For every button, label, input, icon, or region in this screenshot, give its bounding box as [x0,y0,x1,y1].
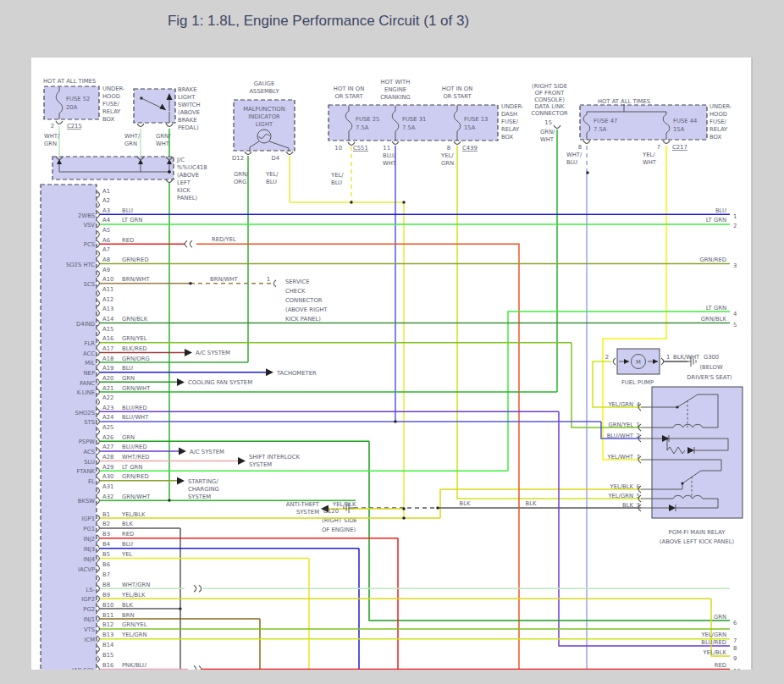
exit-wire-color: RED [715,662,726,669]
underhood-box-label: RELAY [709,126,728,133]
pin-signal-label: BKSW [78,498,95,505]
wire-label: GRN [441,160,454,167]
service-check-label: CHECK [285,288,306,295]
anti-theft-label: ANTI-THEFT [286,501,320,508]
hot-at-all-times-label: HOT AT ALL TIMES [43,78,96,85]
wire-color-label: BLU [122,541,133,548]
pin-id: A1 [102,188,110,195]
wire-label: BLU [566,159,577,166]
pin-signal-label: VSV [83,222,95,229]
pin-signal-label: IGP1 [81,516,95,522]
pin-signal-label: ACS [83,449,95,455]
wire-color-label: GRN/RED [122,256,149,263]
connector-ref-c551: C551 [353,145,368,152]
wire-label: BRN/WHT [210,276,239,283]
starting-charging-label: STARTING/ [188,478,218,485]
relay-pin-color: YEL/GRN [607,401,633,408]
fuse52-pin: 2 [51,123,54,130]
fuse25-amps: 7.5A [356,124,369,131]
gauge-assembly-label: GAUGE [254,80,274,87]
relay-pin-color: YEL/GRN [607,493,633,499]
pin-signal-label: FANC [80,380,95,387]
pin-id: A30 [102,473,113,480]
hot-label: HOT WITH [381,79,411,86]
starting-charging-label: SYSTEM [188,494,211,500]
g120-location: OF ENGINE) [322,527,356,533]
shift-interlock-label: SYSTEM [249,461,272,468]
wire-color-label: RED [122,531,134,538]
brake-switch-label: LIGHT [178,94,196,101]
fuse52-name: FUSE 52 [66,96,90,102]
wire-color-label: GRN/RED [122,473,149,480]
hot-label: HOT IN ON [442,86,472,92]
wire-label: WHT/ [44,133,60,140]
gauge-assembly-label: ASSEMBLY [249,88,279,95]
wire-label: YEL/ [440,152,454,159]
connector-ref-c215: C215 [67,123,82,130]
fuse52-amps: 20A [66,104,78,111]
exit-wire-color: YEL/GRN [700,632,726,638]
brake-switch-label: BRAKE [178,117,197,124]
pin-id: B1 [102,511,110,518]
wire-label: YEL/BLK [332,501,356,508]
fuse44-pin: 7 [657,144,660,151]
exit-wire-color: BLU/RED [701,639,726,646]
pin-signal-label: IACVP [78,566,95,573]
underdash-box-label: RELAY [501,126,520,133]
underhood-box-label: FUSE/ [102,101,119,108]
fuse47-amps: 7.5A [594,126,607,133]
wire-label: GRN/ [234,171,249,178]
pin-id: B11 [102,612,113,619]
wire-label: WHT/ [124,133,141,140]
pin-signal-label: LS- [86,587,95,593]
exit-number: 1 [733,213,737,220]
exit-wire-color: YEL/BLK [703,649,727,656]
dlc-label: (RIGHT SIDE [532,83,567,90]
jc-label: LEFT [177,179,191,186]
pin-id: A6 [102,237,110,244]
hot-label: OR START [334,93,363,100]
wire-label: GRN [124,141,137,147]
pin-id: A17 [102,345,113,352]
motor-m-label: M [636,359,641,366]
pin-id: B2 [102,521,110,527]
junction-dot [402,507,405,510]
underhood-box-label: HOOD [102,93,120,100]
underhood-box-label: UNDER- [102,86,125,92]
wire-color-label: LT GRN [122,217,142,223]
ac-system-label: A/C SYSTEM [196,350,230,356]
exit-number: 5 [733,322,737,328]
wire-label: GRN/ [540,129,555,135]
mil-label: LIGHT [256,121,273,128]
anti-theft-label: SYSTEM [296,509,319,516]
pin-signal-label: FLR [85,340,96,347]
junction-dot [179,607,181,610]
pin-id: A14 [102,316,113,323]
jc-label: (ABOVE [177,172,199,179]
fuse44-amps: 15A [673,126,685,133]
pin-signal-label: SHO2S [75,410,95,416]
g300-label: G300 [704,354,719,361]
pin-signal-label: ACC [83,350,95,357]
dlc-pin: 15 [544,119,552,126]
ac-system-label: A/C SYSTEM [190,449,224,455]
dlc-label: DATA LINK [534,103,565,110]
wire-label: YEL/ [642,152,655,158]
wire-color-label: GRN/ORG [122,356,150,362]
pin-id: B16 [102,662,113,669]
junction-dot [402,516,405,519]
shift-interlock-label: SHIFT INTERLOCK [249,454,300,461]
pin-signal-label: IGP2 [81,596,95,603]
connector-ref-c439: C439 [462,145,478,152]
underdash-box-label: BOX [501,134,513,141]
wire-color-label: YEL/GRN [121,632,147,638]
gauge-pin-d12: D12 [232,155,244,162]
underdash-fuse-box [329,105,498,141]
wire-color-label: GRN [122,375,135,382]
wire-label: GRN/ [156,133,171,140]
underhood-box-label: BOX [709,134,721,141]
wire-color-label: WHT/GRN [122,582,150,588]
fuse47-name: FUSE 47 [594,118,617,124]
fuse13-pin: 8 [447,145,450,152]
service-check-label: (ABOVE RIGHT [285,306,328,313]
